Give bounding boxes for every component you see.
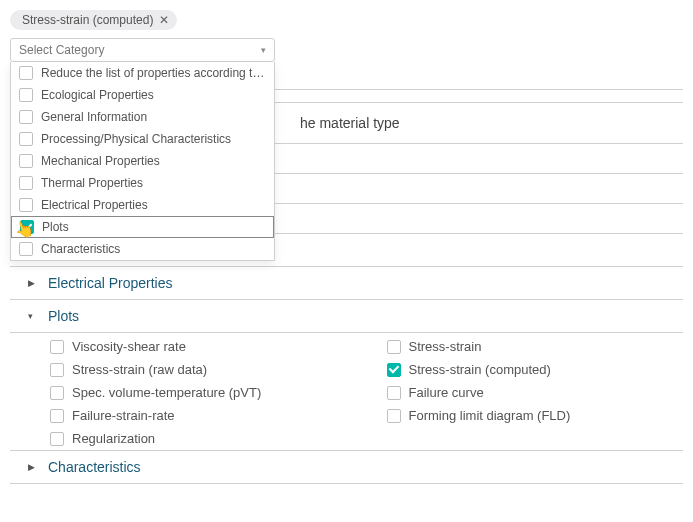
category-option[interactable]: Characteristics: [11, 238, 274, 260]
plot-option[interactable]: Regularization: [50, 431, 347, 446]
checkbox[interactable]: [19, 198, 33, 212]
checkbox[interactable]: [50, 363, 64, 377]
plot-option-label: Stress-strain: [409, 339, 482, 354]
checkbox[interactable]: [19, 110, 33, 124]
category-option[interactable]: Mechanical Properties: [11, 150, 274, 172]
category-option[interactable]: Plots: [11, 216, 274, 238]
category-option-label: Characteristics: [41, 242, 120, 256]
plot-option[interactable]: Failure-strain-rate: [50, 408, 347, 423]
filter-chip[interactable]: Stress-strain (computed) ✕: [10, 10, 177, 30]
category-option-label: Thermal Properties: [41, 176, 143, 190]
plots-col-right: Stress-strainStress-strain (computed)Fai…: [387, 339, 684, 446]
category-option-label: Mechanical Properties: [41, 154, 160, 168]
category-option-label: Electrical Properties: [41, 198, 148, 212]
category-option[interactable]: General Information: [11, 106, 274, 128]
plot-option[interactable]: Stress-strain (computed): [387, 362, 684, 377]
caret-right-icon: ▶: [28, 278, 38, 288]
category-dropdown: Select Category ▾ Reduce the list of pro…: [10, 38, 275, 261]
section-title: Plots: [48, 308, 79, 324]
checkbox[interactable]: [19, 88, 33, 102]
section-title: Electrical Properties: [48, 275, 173, 291]
category-option[interactable]: Processing/Physical Characteristics: [11, 128, 274, 150]
category-select[interactable]: Select Category ▾: [10, 38, 275, 62]
plot-option[interactable]: Viscosity-shear rate: [50, 339, 347, 354]
section-characteristics[interactable]: ▶ Characteristics: [10, 451, 683, 484]
plot-option-label: Regularization: [72, 431, 155, 446]
section-title: Characteristics: [48, 459, 141, 475]
checkbox[interactable]: [50, 432, 64, 446]
checkbox[interactable]: [387, 340, 401, 354]
category-option[interactable]: Electrical Properties: [11, 194, 274, 216]
caret-right-icon: ▶: [28, 462, 38, 472]
plot-option-label: Failure-strain-rate: [72, 408, 175, 423]
plot-option-label: Forming limit diagram (FLD): [409, 408, 571, 423]
plot-option[interactable]: Stress-strain (raw data): [50, 362, 347, 377]
plots-body: Viscosity-shear rateStress-strain (raw d…: [10, 333, 683, 451]
checkbox[interactable]: [19, 242, 33, 256]
section-plots[interactable]: ▾ Plots: [10, 300, 683, 333]
filter-chip-label: Stress-strain (computed): [22, 13, 153, 27]
plot-option-label: Viscosity-shear rate: [72, 339, 186, 354]
category-option[interactable]: Ecological Properties: [11, 84, 274, 106]
category-dropdown-panel: Reduce the list of properties according …: [10, 62, 275, 261]
category-option-label: Plots: [42, 220, 69, 234]
plot-option[interactable]: Stress-strain: [387, 339, 684, 354]
close-icon[interactable]: ✕: [159, 13, 169, 27]
category-select-placeholder: Select Category: [19, 43, 104, 57]
checkbox[interactable]: [19, 176, 33, 190]
plots-col-left: Viscosity-shear rateStress-strain (raw d…: [50, 339, 347, 446]
checkbox[interactable]: [50, 340, 64, 354]
checkbox[interactable]: [387, 386, 401, 400]
section-electrical[interactable]: ▶ Electrical Properties: [10, 267, 683, 300]
category-option[interactable]: Thermal Properties: [11, 172, 274, 194]
plot-option-label: Spec. volume-temperature (pVT): [72, 385, 261, 400]
checkbox[interactable]: [20, 220, 34, 234]
category-option[interactable]: Reduce the list of properties according …: [11, 62, 274, 84]
category-option-label: General Information: [41, 110, 147, 124]
category-option-label: Processing/Physical Characteristics: [41, 132, 231, 146]
checkbox[interactable]: [50, 409, 64, 423]
checkbox[interactable]: [19, 66, 33, 80]
chevron-down-icon: ▾: [261, 45, 266, 55]
caret-down-icon: ▾: [28, 311, 38, 321]
plot-option-label: Stress-strain (raw data): [72, 362, 207, 377]
plot-option-label: Failure curve: [409, 385, 484, 400]
plot-option-label: Stress-strain (computed): [409, 362, 551, 377]
plot-option[interactable]: Failure curve: [387, 385, 684, 400]
plot-option[interactable]: Spec. volume-temperature (pVT): [50, 385, 347, 400]
filter-chip-row: Stress-strain (computed) ✕: [0, 0, 693, 36]
checkbox[interactable]: [50, 386, 64, 400]
checkbox[interactable]: [19, 154, 33, 168]
plot-option[interactable]: Forming limit diagram (FLD): [387, 408, 684, 423]
checkbox[interactable]: [387, 363, 401, 377]
checkbox[interactable]: [19, 132, 33, 146]
checkbox[interactable]: [387, 409, 401, 423]
category-option-label: Reduce the list of properties according …: [41, 66, 266, 80]
category-option-label: Ecological Properties: [41, 88, 154, 102]
